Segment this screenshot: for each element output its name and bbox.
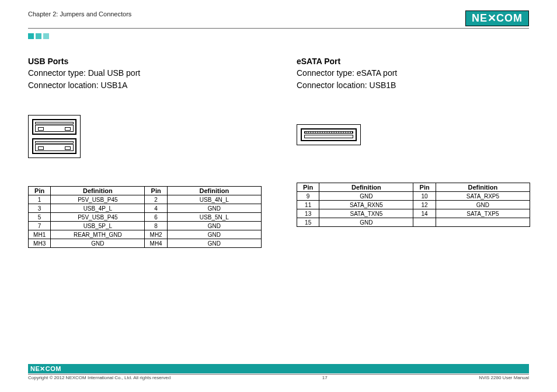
table-row: 5P5V_USB_P456USB_5N_L <box>29 213 262 222</box>
header-rule <box>28 28 529 29</box>
usb-pin-table: Pin Definition Pin Definition 1P5V_USB_P… <box>28 186 262 248</box>
esata-section: eSATA Port Connector type: eSATA port Co… <box>297 57 530 248</box>
usb-connector-type: Connector type: Dual USB port <box>28 67 262 79</box>
chapter-title: Chapter 2: Jumpers and Connectors <box>28 10 131 18</box>
esata-connector-location: Connector location: USB1B <box>297 79 530 92</box>
table-row: 9GND10SATA_RXP5 <box>297 192 530 201</box>
table-row: 11SATA_RXN512GND <box>297 201 530 209</box>
usb-title: USB Ports <box>28 57 262 66</box>
page-footer: NE✕COM Copyright © 2012 NEXCOM Internati… <box>28 364 529 380</box>
usb-connector-location: Connector location: USB1A <box>28 79 262 92</box>
copyright-text: Copyright © 2012 NEXCOM International Co… <box>28 375 170 380</box>
table-row: 13SATA_TXN514SATA_TXP5 <box>297 209 530 218</box>
table-row: 1P5V_USB_P452USB_4N_L <box>29 195 262 204</box>
manual-name: NViS 2280 User Manual <box>479 375 529 380</box>
esata-connector-type: Connector type: eSATA port <box>297 67 530 79</box>
table-row: MH1REAR_MTH_GNDMH2GND <box>29 230 262 239</box>
table-row: 15GND <box>297 218 530 227</box>
decorative-squares <box>28 33 529 39</box>
usb-port-diagram <box>28 115 81 158</box>
esata-pin-table: Pin Definition Pin Definition 9GND10SATA… <box>297 183 530 227</box>
usb-section: USB Ports Connector type: Dual USB port … <box>28 57 262 248</box>
page-number: 17 <box>322 375 328 380</box>
table-row: 7USB_5P_L8GND <box>29 222 262 230</box>
nexcom-logo-top: NE✕COM <box>465 10 529 26</box>
table-row: MH3GNDMH4GND <box>29 239 262 248</box>
esata-port-diagram <box>297 124 361 145</box>
table-row: 3USB_4P_L4GND <box>29 204 262 213</box>
esata-title: eSATA Port <box>297 57 530 66</box>
nexcom-logo-footer: NE✕COM <box>30 365 61 373</box>
